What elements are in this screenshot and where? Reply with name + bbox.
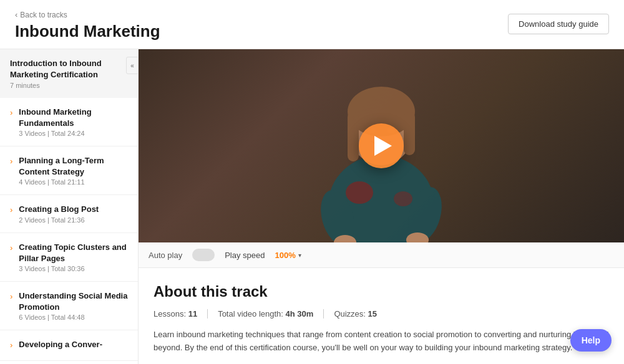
svg-point-2	[394, 191, 412, 206]
speed-value: 100%	[275, 251, 296, 260]
svg-point-1	[346, 181, 373, 204]
sidebar-item-0[interactable]: › Inbound Marketing Fundamentals 3 Video…	[0, 98, 138, 146]
sidebar-item-content-1: Planning a Long-Term Content Strategy 4 …	[19, 155, 128, 186]
video-player[interactable]	[139, 49, 624, 242]
svg-rect-7	[404, 112, 415, 155]
sidebar-item-title-0: Inbound Marketing Fundamentals	[19, 107, 128, 128]
sidebar-item-title-3: Creating Topic Clusters and Pillar Pages	[19, 242, 128, 264]
video-length-label: Total video length:	[218, 309, 283, 318]
sidebar-item-content-0: Inbound Marketing Fundamentals 3 Videos …	[19, 107, 128, 137]
sidebar-item-1[interactable]: › Planning a Long-Term Content Strategy …	[0, 146, 138, 195]
sidebar-active-item-title: Introduction to Inbound Marketing Certif…	[10, 58, 128, 80]
header: ‹ Back to tracks Inbound Marketing Downl…	[0, 0, 624, 49]
help-button[interactable]: Help	[570, 329, 612, 352]
video-controls-bar: Auto play Play speed 100% ▾	[139, 242, 624, 268]
sidebar-item-meta-0: 3 Videos | Total 24:24	[19, 130, 128, 137]
video-length-stat: Total video length: 4h 30m	[218, 309, 324, 318]
speed-chevron-icon: ▾	[298, 252, 301, 259]
main-layout: « Introduction to Inbound Marketing Cert…	[0, 49, 624, 364]
sidebar-item-content-5: Developing a Conver-	[19, 339, 102, 352]
sidebar-active-item[interactable]: Introduction to Inbound Marketing Certif…	[0, 49, 138, 98]
sidebar-chevron-icon-2: ›	[10, 205, 12, 214]
about-section: About this track Lessons: 11 Total video…	[139, 268, 624, 364]
sidebar-item-content-4: Understanding Social Media Promotion 6 V…	[19, 290, 128, 321]
autoplay-toggle[interactable]	[192, 249, 215, 261]
sidebar-chevron-icon-4: ›	[10, 292, 12, 301]
header-left: ‹ Back to tracks Inbound Marketing	[15, 10, 160, 41]
back-arrow-icon: ‹	[15, 10, 17, 19]
back-to-tracks-link[interactable]: ‹ Back to tracks	[15, 10, 160, 19]
sidebar-item-meta-3: 3 Videos | Total 30:36	[19, 265, 128, 272]
sidebar: « Introduction to Inbound Marketing Cert…	[0, 49, 139, 364]
back-link-label: Back to tracks	[20, 11, 67, 19]
lessons-label: Lessons:	[154, 309, 186, 318]
sidebar-item-title-1: Planning a Long-Term Content Strategy	[19, 155, 128, 177]
sidebar-item-content-2: Creating a Blog Post 2 Videos | Total 21…	[19, 204, 99, 224]
lessons-stat: Lessons: 11	[154, 309, 208, 318]
content-area: Auto play Play speed 100% ▾ About this t…	[139, 49, 624, 364]
sidebar-chevron-icon-3: ›	[10, 243, 12, 252]
about-description: Learn inbound marketing techniques that …	[154, 328, 609, 355]
sidebar-item-title-2: Creating a Blog Post	[19, 204, 99, 215]
sidebar-collapse-button[interactable]: «	[126, 57, 139, 74]
quizzes-label: Quizzes:	[334, 309, 366, 318]
sidebar-item-5[interactable]: › Developing a Conver-	[0, 330, 138, 361]
sidebar-active-item-meta: 7 minutes	[10, 82, 128, 89]
about-title: About this track	[154, 283, 609, 300]
autoplay-label: Auto play	[149, 251, 182, 260]
play-speed-label: Play speed	[225, 251, 265, 260]
track-stats: Lessons: 11 Total video length: 4h 30m Q…	[154, 309, 609, 318]
sidebar-item-title-5: Developing a Conver-	[19, 339, 102, 350]
download-study-guide-button[interactable]: Download study guide	[508, 14, 609, 34]
lessons-value: 11	[188, 309, 197, 318]
sidebar-item-3[interactable]: › Creating Topic Clusters and Pillar Pag…	[0, 233, 138, 282]
play-icon	[374, 136, 392, 156]
sidebar-item-meta-2: 2 Videos | Total 21:36	[19, 216, 99, 224]
collapse-icon: «	[130, 62, 134, 69]
sidebar-item-content-3: Creating Topic Clusters and Pillar Pages…	[19, 242, 128, 272]
sidebar-item-2[interactable]: › Creating a Blog Post 2 Videos | Total …	[0, 195, 138, 233]
sidebar-item-meta-1: 4 Videos | Total 21:11	[19, 178, 128, 186]
play-button[interactable]	[359, 123, 404, 168]
sidebar-chevron-icon-0: ›	[10, 108, 12, 117]
quizzes-value: 15	[368, 309, 377, 318]
sidebar-item-meta-4: 6 Videos | Total 44:48	[19, 314, 128, 321]
play-speed-selector[interactable]: 100% ▾	[275, 251, 301, 260]
sidebar-chevron-icon-1: ›	[10, 156, 12, 166]
sidebar-item-4[interactable]: › Understanding Social Media Promotion 6…	[0, 282, 138, 330]
video-length-value: 4h 30m	[286, 309, 314, 318]
svg-rect-6	[348, 112, 359, 161]
page-title: Inbound Marketing	[15, 22, 160, 41]
quizzes-stat: Quizzes: 15	[334, 309, 387, 318]
sidebar-chevron-icon-5: ›	[10, 340, 12, 350]
sidebar-item-title-4: Understanding Social Media Promotion	[19, 290, 128, 312]
